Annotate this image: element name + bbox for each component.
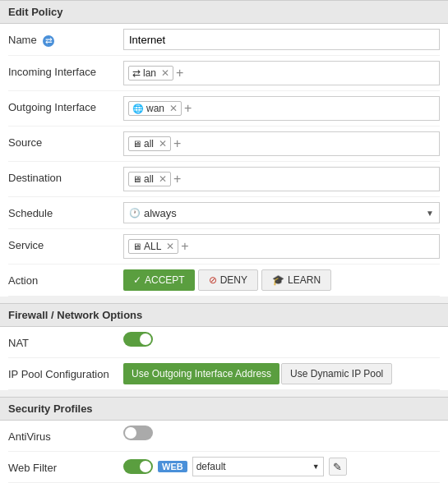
destination-remove[interactable]: ✕ [159, 173, 167, 185]
outgoing-interface-row: Outgoing Interface 🌐 wan ✕ + [8, 91, 440, 126]
outgoing-interface-add[interactable]: + [182, 99, 193, 117]
schedule-dropdown-arrow: ▼ [426, 209, 434, 218]
schedule-label: Schedule [8, 202, 123, 219]
incoming-interface-add[interactable]: + [174, 64, 185, 82]
edit-policy-header: Edit Policy [0, 0, 448, 24]
ip-pool-row: IP Pool Configuration Use Outgoing Inter… [8, 358, 440, 390]
schedule-row: Schedule 🕐 always ▼ [8, 197, 440, 229]
service-add[interactable]: + [179, 237, 190, 255]
name-row: Name ⇄ [8, 24, 440, 56]
use-dynamic-ip-pool-button[interactable]: Use Dynamic IP Pool [281, 363, 392, 384]
source-control: 🖥 all ✕ + [123, 131, 440, 156]
action-label: Action [8, 269, 123, 287]
webfilter-row: Web Filter WEB default ▼ ✎ [8, 452, 440, 483]
outgoing-interface-control: 🌐 wan ✕ + [123, 96, 440, 121]
schedule-icon: 🕐 [129, 208, 141, 218]
antivirus-toggle[interactable] [123, 426, 153, 440]
source-remove[interactable]: ✕ [159, 138, 167, 150]
action-row: Action ✓ ACCEPT ⊘ DENY 🎓 LEARN [8, 264, 440, 297]
source-tagbox[interactable]: 🖥 all ✕ + [123, 131, 440, 156]
service-remove[interactable]: ✕ [166, 241, 174, 252]
pencil-icon: ✎ [333, 461, 342, 473]
destination-tag: 🖥 all ✕ [128, 172, 171, 186]
schedule-control: 🕐 always ▼ [123, 202, 440, 223]
antivirus-toggle-knob [125, 427, 136, 439]
source-label: Source [8, 131, 123, 149]
destination-row: Destination 🖥 all ✕ + [8, 162, 440, 197]
lan-icon: ⇄ [132, 67, 141, 79]
firewall-body: NAT IP Pool Configuration Use Outgoing I… [0, 327, 448, 390]
service-tag: 🖥 ALL ✕ [128, 239, 178, 254]
webfilter-profile-select[interactable]: default ▼ [192, 457, 324, 476]
source-tag: 🖥 all ✕ [128, 136, 171, 151]
outgoing-interface-tagbox[interactable]: 🌐 wan ✕ + [123, 96, 440, 121]
page-title: Edit Policy [8, 6, 62, 18]
security-body: AntiVirus Web Filter WEB def [0, 421, 448, 483]
incoming-interface-tag: ⇄ lan ✕ [128, 66, 173, 80]
incoming-interface-row: Incoming Interface ⇄ lan ✕ + [8, 56, 440, 91]
action-buttons: ✓ ACCEPT ⊘ DENY 🎓 LEARN [123, 269, 440, 291]
ip-pool-buttons: Use Outgoing Interface Address Use Dynam… [123, 363, 440, 384]
destination-add[interactable]: + [172, 170, 182, 188]
deny-button[interactable]: ⊘ DENY [198, 269, 258, 291]
name-label: Name ⇄ [8, 29, 123, 47]
wan-icon: 🌐 [132, 104, 144, 114]
service-row: Service 🖥 ALL ✕ + [8, 229, 440, 264]
firewall-section-label: Firewall / Network Options [8, 309, 142, 321]
service-tagbox[interactable]: 🖥 ALL ✕ + [123, 234, 440, 259]
webfilter-dropdown-arrow: ▼ [312, 462, 320, 471]
source-row: Source 🖥 all ✕ + [8, 126, 440, 162]
incoming-interface-remove[interactable]: ✕ [161, 67, 169, 79]
destination-control: 🖥 all ✕ + [123, 167, 440, 191]
antivirus-row: AntiVirus [8, 421, 440, 452]
webfilter-edit-button[interactable]: ✎ [329, 458, 347, 476]
learn-button[interactable]: 🎓 LEARN [261, 269, 331, 291]
name-info-icon[interactable]: ⇄ [43, 35, 54, 47]
webfilter-label: Web Filter [8, 457, 123, 474]
incoming-interface-tagbox[interactable]: ⇄ lan ✕ + [123, 61, 440, 85]
destination-label: Destination [8, 167, 123, 184]
service-control: 🖥 ALL ✕ + [123, 234, 440, 259]
webfilter-control: WEB default ▼ ✎ [123, 457, 440, 476]
schedule-select[interactable]: 🕐 always ▼ [123, 202, 440, 223]
accept-button[interactable]: ✓ ACCEPT [123, 269, 195, 291]
webfilter-toggle-knob [140, 461, 151, 472]
use-outgoing-interface-address-button[interactable]: Use Outgoing Interface Address [123, 363, 279, 384]
nat-row: NAT [8, 327, 440, 358]
security-section-label: Security Profiles [8, 402, 93, 415]
action-control: ✓ ACCEPT ⊘ DENY 🎓 LEARN [123, 269, 440, 291]
source-add[interactable]: + [172, 135, 182, 153]
nat-control [123, 332, 440, 349]
form-body: Name ⇄ Incoming Interface ⇄ lan ✕ + Outg… [0, 24, 448, 297]
source-icon: 🖥 [132, 139, 141, 149]
name-input[interactable] [123, 29, 440, 50]
webfilter-toggle[interactable] [123, 459, 153, 474]
outgoing-interface-tag: 🌐 wan ✕ [128, 101, 182, 116]
firewall-section-header: Firewall / Network Options [0, 303, 448, 327]
web-badge: WEB [158, 461, 187, 472]
nat-toggle[interactable] [123, 332, 153, 347]
nat-label: NAT [8, 332, 123, 349]
ip-pool-label: IP Pool Configuration [8, 363, 123, 380]
webfilter-controls: WEB default ▼ ✎ [123, 457, 440, 476]
nat-toggle-knob [140, 334, 151, 345]
antivirus-control [123, 426, 440, 443]
outgoing-interface-remove[interactable]: ✕ [169, 103, 178, 114]
graduation-icon: 🎓 [272, 274, 284, 286]
ip-pool-control: Use Outgoing Interface Address Use Dynam… [123, 363, 440, 384]
security-section-header: Security Profiles [0, 397, 448, 421]
checkmark-icon: ✓ [133, 274, 141, 286]
name-control [123, 29, 440, 50]
outgoing-interface-label: Outgoing Interface [8, 96, 123, 113]
service-icon: 🖥 [132, 242, 141, 251]
destination-icon: 🖥 [132, 174, 141, 184]
antivirus-label: AntiVirus [8, 426, 123, 443]
deny-icon: ⊘ [209, 274, 217, 286]
service-label: Service [8, 234, 123, 251]
incoming-interface-label: Incoming Interface [8, 61, 123, 78]
incoming-interface-control: ⇄ lan ✕ + [123, 61, 440, 85]
destination-tagbox[interactable]: 🖥 all ✕ + [123, 167, 440, 191]
